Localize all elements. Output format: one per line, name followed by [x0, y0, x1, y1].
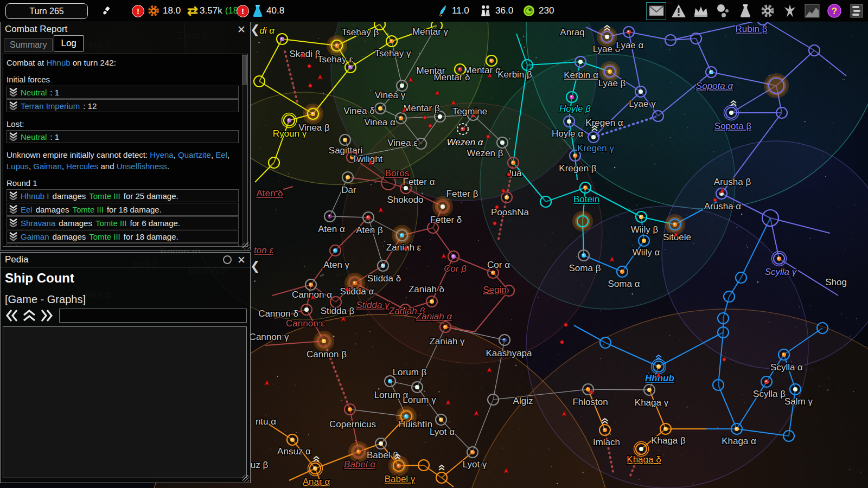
combat-log-row[interactable]: Shravana damages Tomte III for 6 damage. — [7, 216, 239, 229]
star-junction[interactable] — [762, 210, 778, 226]
star-Lyae γ[interactable] — [635, 86, 646, 97]
star-label[interactable]: Fetter δ — [430, 215, 462, 225]
empires-button[interactable] — [691, 3, 710, 20]
star-label[interactable]: Kregen α — [585, 118, 623, 128]
star-label[interactable]: Aten α — [318, 224, 345, 234]
star-junction[interactable] — [713, 380, 724, 390]
star-label[interactable]: Mentar β — [403, 103, 440, 113]
breadcrumb[interactable]: [Game - Graphs] — [1, 286, 250, 307]
star-label[interactable]: Wiily β — [631, 224, 659, 235]
star-junction[interactable] — [436, 472, 447, 483]
star-label[interactable]: Sopota α — [696, 81, 734, 91]
star-junction[interactable] — [665, 35, 676, 46]
star-label[interactable]: Anar α — [303, 477, 330, 487]
star-label[interactable]: Copernicus — [329, 419, 376, 429]
star-Hhnub[interactable] — [652, 359, 666, 374]
star-label[interactable]: Twilight — [352, 154, 383, 164]
menu-button[interactable] — [847, 3, 866, 20]
star-Sopota α[interactable] — [706, 67, 717, 78]
star-junction[interactable] — [653, 111, 663, 121]
link[interactable]: Quartzite — [178, 150, 211, 159]
star-label[interactable]: Imlach — [593, 437, 620, 447]
star-Kregen α[interactable] — [588, 132, 599, 143]
star-label[interactable]: Wiily α — [633, 247, 660, 258]
close-icon[interactable]: ✕ — [237, 255, 246, 265]
tab-summary[interactable]: Summary — [4, 38, 53, 52]
star-label[interactable]: Scylla β — [753, 389, 786, 399]
production-button[interactable] — [758, 3, 777, 20]
resize-handle[interactable] — [242, 475, 250, 482]
star-label[interactable]: di α — [259, 25, 275, 36]
star-label[interactable]: Vinea ε — [387, 138, 418, 148]
star-label[interactable]: Zaniah γ — [429, 336, 465, 346]
star-Ryoun γ[interactable] — [282, 113, 297, 128]
star-label[interactable]: Botein — [573, 194, 599, 204]
star-label[interactable]: Scylla γ — [765, 267, 797, 277]
star-junction[interactable] — [776, 107, 787, 118]
link[interactable]: Hercules — [66, 162, 98, 171]
star-label[interactable]: Algiz — [513, 396, 533, 406]
star-label[interactable]: Salm γ — [784, 396, 813, 407]
pedia-button[interactable]: ? — [825, 3, 844, 20]
star-PooshNa[interactable] — [501, 192, 512, 203]
star-label[interactable]: Stidda γ — [356, 300, 390, 310]
link[interactable]: Eel — [21, 204, 33, 215]
star-Kerbin β[interactable] — [522, 60, 533, 70]
star-label[interactable]: Zaniah δ — [409, 284, 444, 294]
combat-log-row[interactable]: Quartzite damages Tomte III for 18 damag… — [7, 243, 239, 247]
star-Lorum β[interactable] — [385, 376, 395, 387]
graphs-button[interactable] — [802, 3, 821, 20]
star-label[interactable]: Aten γ — [323, 260, 350, 270]
star-label[interactable]: Tegmine — [452, 106, 487, 117]
panel-collapse-arrow[interactable]: ❮ — [250, 259, 260, 273]
star-label[interactable]: Hoyle α — [552, 129, 583, 139]
star-label[interactable]: Babel α — [344, 459, 376, 470]
star-label[interactable]: Zaniah ε — [386, 242, 422, 253]
star-label[interactable]: Aten β — [356, 225, 383, 235]
star-label[interactable]: Mentar γ — [412, 27, 449, 37]
star-Babel β[interactable] — [375, 438, 386, 449]
star-label[interactable]: Scylla α — [770, 362, 803, 373]
link[interactable]: Hhnub I — [21, 190, 49, 202]
star-label[interactable]: Fhloston — [572, 397, 608, 407]
star-Fetter β[interactable] — [432, 196, 453, 217]
star-label[interactable]: Lyot γ — [463, 459, 487, 470]
star-Tsehay γ[interactable] — [386, 36, 397, 47]
combat-log-row[interactable]: Neutral: 1 — [7, 130, 239, 143]
star-label[interactable]: Soma α — [608, 279, 640, 289]
star-Cannon β[interactable] — [314, 331, 334, 351]
design-button[interactable] — [780, 3, 799, 20]
star-Skadi β[interactable] — [277, 34, 288, 44]
star-Tsehay β[interactable] — [327, 35, 347, 56]
star-label[interactable]: Vinea δ — [343, 106, 374, 116]
pedia-titlebar[interactable]: Pedia ✕ — [1, 253, 250, 267]
star-Zaniah δ[interactable] — [426, 296, 437, 307]
star-Botein[interactable] — [580, 182, 591, 193]
star-junction[interactable] — [809, 45, 820, 56]
star-label[interactable]: Cannon δ — [258, 309, 298, 319]
star-Kaashyapa[interactable] — [499, 335, 510, 345]
scrollbar-thumb[interactable] — [242, 55, 247, 85]
star-Aten α[interactable] — [324, 211, 335, 222]
panel-collapse-arrow[interactable]: ❮ — [250, 23, 260, 37]
star-label[interactable]: Arusha α — [704, 201, 742, 211]
star-label[interactable]: Shog — [825, 277, 847, 287]
star-label[interactable]: uz β — [251, 460, 269, 470]
star-label[interactable]: Kregen β — [559, 163, 597, 174]
link[interactable]: Hhnub — [46, 58, 70, 67]
star-label[interactable]: ntu α — [256, 416, 276, 427]
star-Vinea δ[interactable] — [375, 103, 386, 114]
detection-resource[interactable]: 230 — [522, 0, 554, 22]
star-Sagittari[interactable] — [340, 134, 350, 145]
objects-button[interactable] — [713, 3, 732, 20]
star-label[interactable]: Soma β — [569, 263, 601, 273]
combat-log-row[interactable]: Hhnub I damages Tomte III for 25 damage. — [7, 189, 239, 202]
up-icon[interactable] — [21, 308, 37, 323]
star-Wiily α[interactable] — [639, 235, 649, 246]
link[interactable]: Hyena — [150, 150, 173, 159]
star-label[interactable]: Cor β — [444, 264, 467, 274]
star-junction[interactable] — [764, 73, 789, 98]
star-label[interactable]: Tsehay ε — [317, 54, 354, 65]
star-Scylla β[interactable] — [761, 376, 772, 387]
star-label[interactable]: Khaga γ — [635, 397, 669, 408]
